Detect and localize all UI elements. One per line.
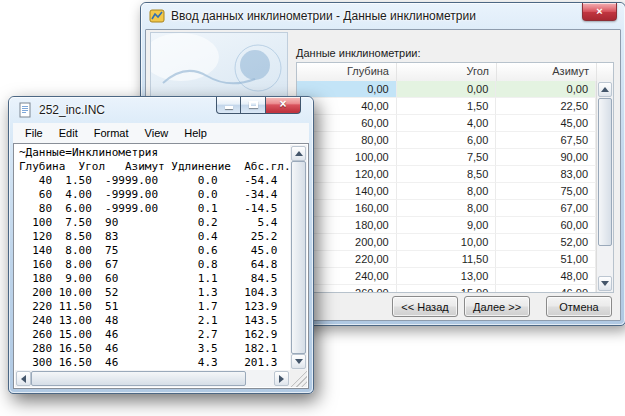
maximize-icon <box>249 101 258 108</box>
grid-cell[interactable]: 10,00 <box>397 234 497 251</box>
wizard-close-button[interactable]: × <box>582 3 617 21</box>
editor-scroll-left-button[interactable] <box>16 371 31 386</box>
grid-row[interactable]: 80,006,0067,50 <box>297 132 596 149</box>
wizard-app-icon <box>149 8 165 24</box>
grid-header: Глубина Угол Азимут <box>297 63 613 82</box>
caption-buttons: × <box>216 97 301 114</box>
grid-row[interactable]: 60,004,0045,00 <box>297 115 596 132</box>
minimize-button[interactable] <box>216 97 241 114</box>
grid-body: 0,000,000,0040,001,5022,5060,004,0045,00… <box>297 81 596 292</box>
menu-item-help[interactable]: Help <box>176 125 215 141</box>
grid-cell[interactable]: 48,00 <box>496 268 596 285</box>
grid-row[interactable]: 200,0010,0052,00 <box>297 234 596 251</box>
minimize-icon <box>225 106 233 109</box>
editor-title: 252_inc.INC <box>39 103 105 117</box>
close-icon: × <box>279 97 286 112</box>
arrow-up-icon <box>601 87 609 92</box>
grid-row[interactable]: 120,008,5083,00 <box>297 166 596 183</box>
column-header-angle[interactable]: Угол <box>397 63 497 81</box>
grid-cell[interactable]: 83,00 <box>496 166 596 183</box>
wizard-titlebar[interactable]: Ввод данных инклинометрии - Данные инкли… <box>141 3 625 29</box>
close-icon: × <box>596 5 602 17</box>
grid-row[interactable]: 40,001,5022,50 <box>297 98 596 115</box>
editor-scroll-down-button[interactable] <box>291 354 306 369</box>
wizard-title: Ввод данных инклинометрии - Данные инкли… <box>171 9 476 23</box>
grid-cell[interactable]: 0,00 <box>496 81 596 98</box>
grid-row[interactable]: 260,0015,0046,00 <box>297 285 596 292</box>
grid-cell[interactable]: 67,50 <box>496 132 596 149</box>
grid-row[interactable]: 160,008,0067,00 <box>297 200 596 217</box>
inclinometry-grid: Глубина Угол Азимут 0,000,000,0040,001,5… <box>296 62 614 293</box>
editor-menubar: FileEditFormatViewHelp <box>13 123 309 143</box>
back-button[interactable]: << Назад <box>392 296 458 317</box>
notepad-icon <box>17 102 33 118</box>
grid-cell[interactable]: 6,00 <box>397 132 497 149</box>
grid-row[interactable]: 0,000,000,00 <box>297 81 596 98</box>
column-header-depth[interactable]: Глубина <box>297 63 397 81</box>
grid-cell[interactable]: 46,00 <box>496 285 596 292</box>
editor-horizontal-scrollbar[interactable] <box>15 370 290 387</box>
grid-cell[interactable]: 8,00 <box>397 183 497 200</box>
editor-vscroll-thumb[interactable] <box>291 161 306 354</box>
grid-scroll-down-button[interactable] <box>598 276 612 291</box>
arrow-right-icon <box>279 375 284 383</box>
grid-scroll-up-button[interactable] <box>598 82 612 97</box>
grid-row[interactable]: 180,009,0060,00 <box>297 217 596 234</box>
grid-label: Данные инклинометрии: <box>296 47 421 59</box>
grid-cell[interactable]: 9,00 <box>397 217 497 234</box>
grid-cell[interactable]: 51,00 <box>496 251 596 268</box>
menu-item-edit[interactable]: Edit <box>51 125 86 141</box>
grid-cell[interactable]: 11,50 <box>397 251 497 268</box>
grid-scroll-thumb[interactable] <box>598 98 612 246</box>
grid-vertical-scrollbar[interactable] <box>596 81 613 292</box>
editor-vertical-scrollbar[interactable] <box>290 145 307 370</box>
grid-cell[interactable]: 7,50 <box>397 149 497 166</box>
arrow-down-icon <box>601 281 609 286</box>
grid-row[interactable]: 140,008,0075,00 <box>297 183 596 200</box>
next-button[interactable]: Далее >> <box>464 296 530 317</box>
grid-cell[interactable]: 4,00 <box>397 115 497 132</box>
grid-cell[interactable]: 1,50 <box>397 98 497 115</box>
menu-item-format[interactable]: Format <box>86 125 137 141</box>
grid-cell[interactable]: 0,00 <box>397 81 497 98</box>
grid-cell[interactable]: 22,50 <box>496 98 596 115</box>
editor-client: ~Данные=Инклинометрия Глубина Угол Азиму… <box>13 143 309 389</box>
close-button[interactable]: × <box>266 97 301 114</box>
arrow-left-icon <box>21 375 26 383</box>
grid-row[interactable]: 240,0013,0048,00 <box>297 268 596 285</box>
grid-cell[interactable]: 45,00 <box>496 115 596 132</box>
arrow-down-icon <box>295 359 303 364</box>
grid-row[interactable]: 220,0011,5051,00 <box>297 251 596 268</box>
menu-item-view[interactable]: View <box>137 125 177 141</box>
editor-text[interactable]: ~Данные=Инклинометрия Глубина Угол Азиму… <box>15 145 290 370</box>
grid-cell[interactable]: 0,00 <box>297 81 397 98</box>
grid-cell[interactable]: 90,00 <box>496 149 596 166</box>
grid-cell[interactable]: 52,00 <box>496 234 596 251</box>
editor-window: 252_inc.INC × FileEditFormatViewHelp ~Да… <box>8 96 314 394</box>
grid-cell[interactable]: 15,00 <box>397 285 497 292</box>
grid-cell[interactable]: 67,00 <box>496 200 596 217</box>
grid-cell[interactable]: 60,00 <box>496 217 596 234</box>
column-header-azimuth[interactable]: Азимут <box>497 63 597 81</box>
arrow-up-icon <box>295 151 303 156</box>
grid-cell[interactable]: 75,00 <box>496 183 596 200</box>
editor-scroll-right-button[interactable] <box>274 371 289 386</box>
resize-grip[interactable] <box>290 370 307 387</box>
grid-cell[interactable]: 13,00 <box>397 268 497 285</box>
editor-hscroll-thumb[interactable] <box>31 371 246 386</box>
menu-item-file[interactable]: File <box>17 125 51 141</box>
editor-scroll-up-button[interactable] <box>291 146 306 161</box>
maximize-button[interactable] <box>241 97 266 114</box>
cancel-button[interactable]: Отмена <box>546 296 612 317</box>
editor-titlebar[interactable]: 252_inc.INC × <box>9 97 313 123</box>
grid-cell[interactable]: 8,50 <box>397 166 497 183</box>
grid-cell[interactable]: 8,00 <box>397 200 497 217</box>
grid-row[interactable]: 100,007,5090,00 <box>297 149 596 166</box>
